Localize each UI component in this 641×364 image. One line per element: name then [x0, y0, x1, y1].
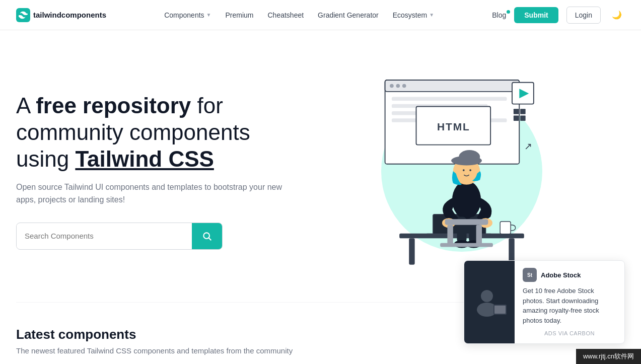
ad-body: St Adobe Stock Get 10 free Adobe Stock p… — [515, 261, 624, 343]
svg-rect-7 — [391, 97, 507, 101]
watermark: www.rjtj.cn软件网 — [576, 349, 641, 364]
svg-rect-25 — [500, 222, 511, 234]
logo-text: tailwindcomponents — [33, 11, 106, 19]
svg-point-30 — [462, 169, 464, 171]
blog-link[interactable]: Blog — [492, 11, 506, 19]
search-input[interactable] — [17, 225, 192, 247]
hero-left: A free repository for community componen… — [16, 93, 298, 250]
ad-footer: ADS VIA CARBON — [523, 330, 616, 336]
search-button[interactable] — [192, 223, 222, 249]
blog-notification-dot — [507, 10, 510, 14]
svg-rect-21 — [409, 238, 414, 264]
ad-description: Get 10 free Adobe Stock photos. Start do… — [523, 286, 616, 325]
svg-rect-40 — [476, 225, 481, 244]
nav-ecosystem[interactable]: Ecosystem ▼ — [393, 11, 434, 19]
svg-rect-15 — [513, 109, 518, 114]
adobe-stock-logo: St — [523, 268, 537, 282]
svg-text:HTML: HTML — [437, 121, 470, 132]
svg-line-1 — [209, 238, 211, 241]
svg-point-43 — [481, 290, 493, 302]
dark-mode-toggle[interactable]: 🌙 — [609, 7, 625, 23]
nav-links: Components ▼ Premium Cheatsheet Gradient… — [164, 11, 434, 19]
svg-rect-18 — [520, 116, 525, 121]
latest-subtitle: The newest featured Tailwind CSS compone… — [16, 346, 625, 355]
svg-rect-38 — [445, 219, 488, 225]
ad-brand-name: Adobe Stock — [541, 271, 581, 279]
svg-rect-39 — [447, 225, 453, 244]
navbar: tailwindcomponents Components ▼ Premium … — [0, 0, 641, 30]
svg-rect-46 — [494, 306, 506, 314]
logo-icon — [16, 8, 30, 22]
logo[interactable]: tailwindcomponents — [16, 8, 106, 22]
nav-components[interactable]: Components ▼ — [164, 11, 211, 19]
nav-premium[interactable]: Premium — [225, 11, 253, 19]
hero-title: A free repository for community componen… — [16, 93, 298, 172]
svg-rect-41 — [440, 243, 493, 247]
hero-subtitle: Open source Tailwind UI components and t… — [16, 181, 298, 206]
nav-cheatsheet[interactable]: Cheatsheet — [267, 11, 304, 19]
chevron-down-icon: ▼ — [206, 12, 211, 18]
ad-card[interactable]: St Adobe Stock Get 10 free Adobe Stock p… — [464, 260, 625, 344]
developer-illustration: HTML ↗ — [366, 70, 557, 272]
ad-image — [464, 261, 515, 343]
svg-point-29 — [459, 150, 480, 164]
nav-right: Blog Submit Login 🌙 — [492, 7, 625, 24]
svg-point-0 — [203, 233, 209, 239]
login-button[interactable]: Login — [566, 7, 601, 24]
ad-logo-row: St Adobe Stock — [523, 268, 616, 282]
submit-button[interactable]: Submit — [514, 7, 558, 23]
svg-point-4 — [390, 84, 394, 88]
svg-point-5 — [396, 84, 400, 88]
hero-illustration: HTML ↗ — [366, 70, 557, 272]
svg-rect-17 — [513, 116, 518, 121]
nav-gradient-generator[interactable]: Gradient Generator — [318, 11, 379, 19]
tailwind-css-link[interactable]: Tailwind CSS — [75, 147, 213, 171]
ad-stock-photo — [469, 282, 510, 322]
svg-point-31 — [469, 169, 471, 171]
hero-right: HTML ↗ — [298, 70, 625, 272]
svg-text:↗: ↗ — [524, 141, 532, 152]
search-bar — [16, 223, 223, 250]
svg-point-6 — [402, 84, 406, 88]
svg-rect-16 — [520, 109, 525, 114]
search-icon — [202, 231, 212, 241]
chevron-down-icon: ▼ — [429, 12, 434, 18]
